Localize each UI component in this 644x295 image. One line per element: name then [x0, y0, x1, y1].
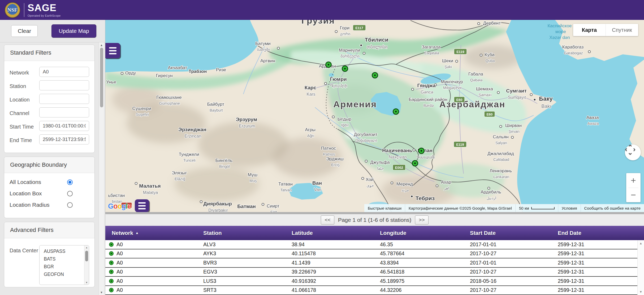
svg-text:جلفا: جلفا: [377, 166, 384, 170]
report-error-link[interactable]: Сообщить об ошибке на карте: [581, 206, 644, 210]
svg-text:Patnos: Patnos: [323, 152, 335, 156]
table-scrollbar[interactable]: ▲ ▼: [637, 240, 644, 295]
svg-text:ьбистан: ьбистан: [108, 193, 125, 198]
geo-option-location-box[interactable]: Location Box: [10, 190, 89, 197]
svg-text:Аваза: Аваза: [586, 115, 599, 120]
app-header: NSF SAGE Operated by EarthScope: [0, 0, 644, 20]
column-header-network[interactable]: Network▲: [105, 230, 200, 236]
station-marker-EGV3[interactable]: [419, 148, 424, 154]
prev-page-button[interactable]: <<: [321, 215, 334, 224]
table-row-BVR3[interactable]: A0BVR341.143943.83942017-01-012599-12-31: [105, 258, 644, 268]
radio-label: All Locations: [10, 179, 41, 185]
radio-button[interactable]: [67, 202, 73, 208]
svg-text:Батуми: Батуми: [255, 41, 271, 46]
advanced-filters-title: Advanced Filters: [4, 222, 94, 238]
cell-network: A0: [105, 250, 200, 257]
scroll-down-icon[interactable]: ▼: [99, 291, 104, 294]
brand-tagline: Operated by EarthScope: [28, 14, 60, 17]
cell-network: A0: [105, 287, 200, 293]
svg-text:Muş: Muş: [249, 179, 257, 183]
table-row-EGV3[interactable]: A0EGV339.22667946.5418182017-10-272599-1…: [105, 268, 644, 277]
column-header-latitude[interactable]: Latitude: [288, 230, 376, 236]
svg-text:Унье: Унье: [106, 80, 116, 85]
channel-input[interactable]: [39, 107, 89, 117]
station-input[interactable]: [39, 80, 89, 90]
column-header-start-date[interactable]: Start Date: [466, 230, 554, 236]
sort-asc-icon: ▲: [135, 231, 139, 235]
svg-text:Ван: Ван: [312, 180, 322, 186]
svg-text:Загатала: Загатала: [422, 45, 441, 50]
map-scale: 50 км: [516, 206, 558, 210]
station-status-icon: [109, 288, 114, 292]
pan-control[interactable]: [625, 144, 641, 160]
svg-text:Ардебиль: Ардебиль: [481, 190, 501, 195]
cell-longitude: 43.8394: [376, 260, 466, 266]
svg-text:Naxçıvan: Naxçıvan: [389, 155, 407, 159]
start-time-input[interactable]: [39, 121, 89, 131]
svg-text:Erzurum: Erzurum: [239, 124, 255, 128]
map-type-satellite-button[interactable]: Спутник: [606, 24, 638, 36]
sidebar-scrollbar[interactable]: ▲ ▼: [99, 42, 104, 295]
cell-network: A0: [105, 269, 200, 275]
scroll-down-icon[interactable]: ▼: [84, 281, 89, 284]
table-row-AYK3[interactable]: A0AYK340.11547845.7876642017-10-272599-1…: [105, 249, 644, 259]
cell-longitude: 44.32206: [376, 287, 466, 293]
table-row-SRT3[interactable]: A0SRT341.06617844.322062017-10-272599-12…: [105, 286, 644, 295]
location-input[interactable]: [39, 94, 89, 104]
zoom-out-button[interactable]: −: [626, 188, 641, 202]
next-page-button[interactable]: >>: [415, 215, 428, 224]
svg-text:Erzincan: Erzincan: [185, 134, 201, 138]
station-marker-LUS3[interactable]: [372, 73, 378, 78]
keyboard-shortcuts-link[interactable]: Быстрые клавиши: [364, 206, 405, 210]
svg-text:Awaza: Awaza: [587, 121, 599, 126]
station-map[interactable]: ГрузияАрменияАзербайджанКаспийскоемореXə…: [105, 20, 644, 212]
column-header-station[interactable]: Station: [200, 230, 288, 236]
google-logo[interactable]: Google: [108, 202, 131, 210]
map-canvas[interactable]: ГрузияАрменияАзербайджанКаспийскоемореXə…: [105, 20, 644, 212]
svg-text:Эрзинджан: Эрзинджан: [178, 127, 206, 132]
svg-text:E60: E60: [486, 112, 492, 116]
table-row-LUS3[interactable]: A0LUS340.91639245.1899752018-05-162599-1…: [105, 277, 644, 286]
data-center-option[interactable]: BGR: [44, 263, 89, 271]
column-header-longitude[interactable]: Longitude: [376, 230, 466, 236]
scroll-down-icon[interactable]: ▼: [638, 290, 644, 294]
map-type-map-button[interactable]: Карта: [573, 24, 606, 36]
end-time-input[interactable]: [39, 134, 89, 144]
column-label: Start Date: [470, 230, 496, 236]
data-center-option[interactable]: GEOFON: [44, 271, 89, 278]
cell-longitude: 45.189975: [376, 278, 466, 284]
zoom-in-button[interactable]: +: [626, 173, 641, 188]
data-center-scrollbar[interactable]: ▲ ▼: [84, 245, 89, 285]
terms-link[interactable]: Условия: [558, 206, 581, 210]
data-center-listbox[interactable]: AUSPASSBATSBGRGEOFON ▲ ▼: [39, 245, 89, 285]
cell-longitude: 45.787664: [376, 250, 466, 257]
svg-text:E002: E002: [395, 166, 403, 170]
svg-text:Ахар: Ахар: [441, 180, 451, 185]
geo-option-all-locations[interactable]: All Locations: [10, 179, 89, 185]
table-row-ALV3[interactable]: A0ALV338.9446.352017-01-012599-12-31: [105, 240, 644, 249]
station-marker-BVR3[interactable]: [326, 62, 331, 68]
cell-end-date: 2599-12-31: [554, 287, 637, 293]
scroll-thumb[interactable]: [85, 251, 88, 261]
radio-button[interactable]: [67, 191, 73, 196]
station-marker-SRT3[interactable]: [342, 66, 348, 72]
svg-text:Şəki: Şəki: [444, 65, 452, 69]
svg-text:اهر: اهر: [444, 186, 449, 191]
geo-option-location-radius[interactable]: Location Radius: [10, 202, 89, 208]
scroll-up-icon[interactable]: ▲: [638, 241, 644, 245]
station-marker-AYK3[interactable]: [393, 109, 399, 115]
scroll-up-icon[interactable]: ▲: [99, 43, 104, 47]
data-center-option[interactable]: AUSPASS: [44, 248, 89, 255]
legend-toggle-button[interactable]: [135, 199, 149, 212]
update-map-button[interactable]: Update Map: [51, 24, 96, 38]
sidebar-toggle-button[interactable]: [105, 43, 120, 58]
svg-text:Габала: Габала: [468, 72, 483, 77]
data-center-option[interactable]: BATS: [44, 255, 89, 263]
network-input[interactable]: [39, 67, 89, 77]
scroll-thumb[interactable]: [100, 48, 103, 107]
station-marker-ALV3[interactable]: [412, 161, 418, 166]
radio-button[interactable]: [67, 179, 73, 185]
clear-button[interactable]: Clear: [11, 25, 38, 37]
column-header-end-date[interactable]: End Date: [554, 230, 644, 236]
scroll-up-icon[interactable]: ▲: [84, 246, 89, 249]
